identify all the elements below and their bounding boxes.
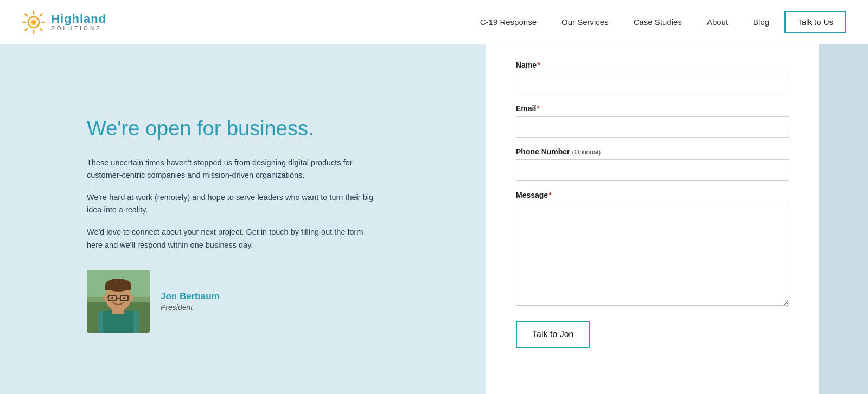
person-title: President [161,303,220,312]
main-heading: We're open for business. [87,117,432,141]
message-label: Message* [516,191,789,199]
main-nav: C-19 Response Our Services Case Studies … [470,11,846,33]
body-text-2: We're hard at work (remotely) and hope t… [87,191,374,216]
message-required: * [548,191,551,199]
message-input[interactable] [516,203,789,306]
svg-point-27 [103,295,107,301]
svg-point-26 [123,297,125,299]
svg-point-28 [129,295,133,301]
name-field-group: Name* [516,61,789,94]
email-field-group: Email* [516,104,789,138]
contact-form-section: Name* Email* Phone Number(Optional) Mess… [486,44,819,394]
nav-c19[interactable]: C-19 Response [470,17,546,27]
svg-point-10 [32,21,35,24]
svg-line-4 [25,14,28,16]
svg-line-6 [40,14,42,16]
body-text-1: These uncertain times haven't stopped us… [87,157,374,182]
message-field-group: Message* [516,191,789,308]
phone-input[interactable] [516,159,789,181]
logo-icon [22,10,46,34]
name-input[interactable] [516,73,789,94]
email-input[interactable] [516,116,789,138]
phone-optional: (Optional) [572,148,601,156]
nav-services[interactable]: Our Services [552,17,618,27]
email-required: * [537,104,539,113]
name-label: Name* [516,61,789,69]
name-required: * [537,61,540,69]
logo-link[interactable]: Highland SOLUTIONS [22,10,106,34]
svg-point-25 [111,297,113,299]
submit-button[interactable]: Talk to Jon [516,321,590,348]
nav-blog[interactable]: Blog [743,17,779,27]
page-body: We're open for business. These uncertain… [0,44,868,394]
phone-label: Phone Number(Optional) [516,147,789,156]
person-area: Jon Berbaum President [87,270,432,333]
nav-talk-cta[interactable]: Talk to Us [784,11,846,33]
person-info: Jon Berbaum President [161,291,220,312]
person-name: Jon Berbaum [161,291,220,302]
left-section: We're open for business. These uncertain… [0,44,486,394]
email-label: Email* [516,104,789,113]
logo-highland-text: Highland [51,12,106,25]
body-text-3: We'd love to connect about your next pro… [87,226,374,251]
svg-line-5 [40,29,42,31]
svg-rect-19 [105,285,131,290]
site-header: Highland SOLUTIONS C-19 Response Our Ser… [0,0,868,44]
phone-field-group: Phone Number(Optional) [516,147,789,181]
right-sidebar [819,44,868,394]
nav-casestudies[interactable]: Case Studies [624,17,692,27]
logo-solutions-text: SOLUTIONS [51,25,106,31]
svg-line-7 [25,29,28,31]
nav-about[interactable]: About [697,17,738,27]
person-photo [87,270,150,333]
